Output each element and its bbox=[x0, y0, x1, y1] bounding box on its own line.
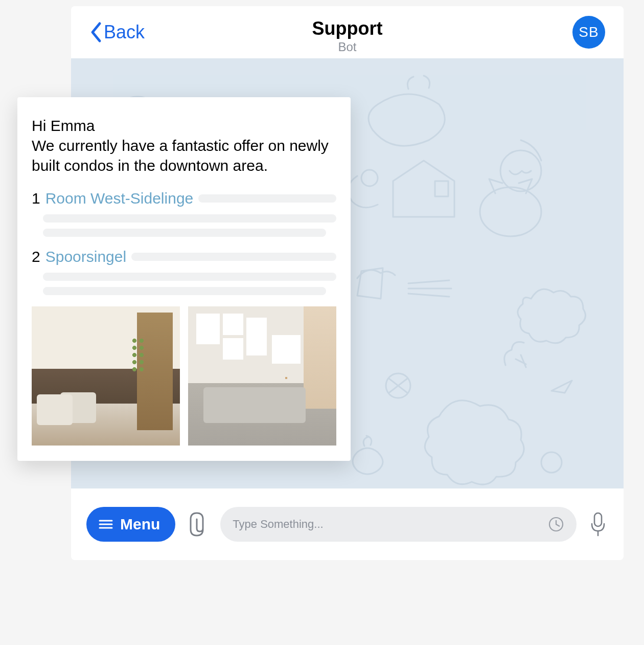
clock-icon[interactable] bbox=[548, 516, 564, 532]
message-body: We currently have a fantastic offer on n… bbox=[32, 137, 329, 174]
listing-link[interactable]: Spoorsingel bbox=[45, 248, 126, 265]
chat-subtitle: Bot bbox=[312, 40, 383, 54]
attach-button[interactable] bbox=[187, 510, 209, 539]
photo-row bbox=[32, 306, 336, 446]
message-text: Hi Emma We currently have a fantastic of… bbox=[32, 116, 336, 175]
placeholder-line bbox=[43, 273, 336, 281]
svg-point-1 bbox=[480, 187, 541, 236]
chat-header: Back Support Bot SB bbox=[71, 6, 624, 58]
listing-item: 1 Room West-Sidelinge bbox=[32, 190, 336, 237]
bot-message-card: Hi Emma We currently have a fantastic of… bbox=[17, 97, 351, 461]
message-greeting: Hi Emma bbox=[32, 117, 95, 134]
back-label: Back bbox=[104, 21, 145, 43]
message-input-wrap bbox=[220, 507, 577, 542]
message-input[interactable] bbox=[233, 518, 542, 531]
menu-button[interactable]: Menu bbox=[86, 507, 175, 542]
microphone-icon bbox=[589, 511, 607, 537]
hamburger-icon bbox=[99, 519, 113, 529]
listing-photo[interactable] bbox=[188, 306, 336, 446]
listing-link[interactable]: Room West-Sidelinge bbox=[45, 190, 194, 207]
listing-item: 2 Spoorsingel bbox=[32, 248, 336, 295]
header-title-group: Support Bot bbox=[312, 18, 383, 54]
placeholder-line bbox=[198, 194, 336, 203]
avatar-initials: SB bbox=[579, 24, 599, 40]
svg-rect-10 bbox=[594, 513, 602, 526]
menu-label: Menu bbox=[120, 516, 160, 533]
svg-point-2 bbox=[361, 170, 378, 186]
svg-point-5 bbox=[541, 452, 562, 473]
input-bar: Menu bbox=[71, 488, 624, 560]
placeholder-line bbox=[43, 229, 326, 237]
paperclip-icon bbox=[188, 511, 208, 538]
listing-number: 1 bbox=[32, 190, 40, 207]
chat-title: Support bbox=[312, 18, 383, 39]
avatar[interactable]: SB bbox=[572, 16, 605, 49]
back-button[interactable]: Back bbox=[89, 21, 145, 43]
listing-number: 2 bbox=[32, 248, 40, 265]
placeholder-line bbox=[43, 287, 326, 295]
placeholder-line bbox=[43, 214, 336, 223]
chevron-left-icon bbox=[89, 21, 102, 43]
placeholder-line bbox=[131, 253, 336, 261]
listing-photo[interactable] bbox=[32, 306, 180, 446]
mic-button[interactable] bbox=[588, 511, 608, 538]
